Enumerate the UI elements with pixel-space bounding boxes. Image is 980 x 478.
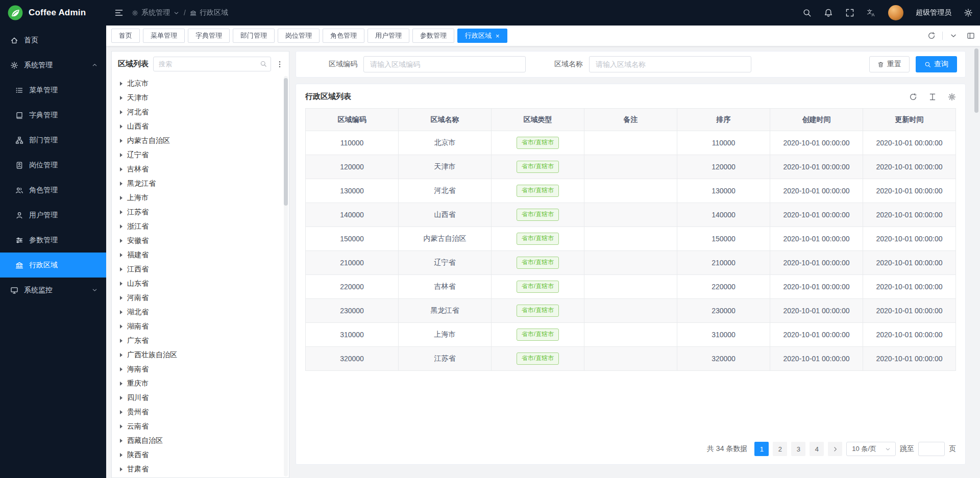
tree-item[interactable]: 浙江省 [112, 219, 289, 234]
caret-right-icon[interactable] [120, 239, 122, 243]
caret-right-icon[interactable] [120, 396, 122, 400]
sidebar-item-user-management[interactable]: 用户管理 [0, 203, 106, 228]
table-columns-icon[interactable] [928, 93, 937, 101]
tree-item[interactable]: 贵州省 [112, 405, 289, 419]
caret-right-icon[interactable] [120, 367, 122, 371]
sidebar-item-system-management[interactable]: 系统管理 [0, 53, 106, 78]
table-row[interactable]: 130000 河北省 省市/直辖市 130000 2020-10-01 00:0… [306, 179, 956, 203]
tree-item[interactable]: 湖北省 [112, 305, 289, 319]
caret-right-icon[interactable] [120, 353, 122, 357]
sidebar-item-post-management[interactable]: 岗位管理 [0, 153, 106, 178]
tab-options-chevron-icon[interactable] [949, 32, 958, 40]
sidebar-item-dict-management[interactable]: 字典管理 [0, 103, 106, 128]
sidebar-item-system-monitor[interactable]: 系统监控 [0, 278, 106, 303]
tree-item[interactable]: 甘肃省 [112, 462, 289, 476]
caret-right-icon[interactable] [120, 310, 122, 314]
caret-right-icon[interactable] [120, 339, 122, 343]
tab-role[interactable]: 角色管理 [323, 29, 364, 43]
page-button-2[interactable]: 2 [773, 442, 787, 456]
tree-item[interactable]: 重庆市 [112, 376, 289, 391]
sidebar-item-admin-region[interactable]: 行政区域 [0, 253, 106, 278]
tree-item[interactable]: 河南省 [112, 291, 289, 305]
tree-item[interactable]: 湖南省 [112, 319, 289, 334]
caret-right-icon[interactable] [120, 324, 122, 329]
tree-item[interactable]: 海南省 [112, 362, 289, 376]
caret-right-icon[interactable] [120, 224, 122, 229]
caret-right-icon[interactable] [120, 196, 122, 200]
app-logo[interactable]: Coffee Admin [0, 0, 106, 26]
tree-item[interactable]: 上海市 [112, 191, 289, 205]
refresh-page-icon[interactable] [927, 32, 936, 40]
notifications-bell-icon[interactable] [824, 8, 833, 17]
tab-dept[interactable]: 部门管理 [233, 29, 275, 43]
table-row[interactable]: 140000 山西省 省市/直辖市 140000 2020-10-01 00:0… [306, 203, 956, 227]
tree-item[interactable]: 广西壮族自治区 [112, 348, 289, 362]
region-name-input[interactable] [589, 56, 751, 72]
table-row[interactable]: 150000 内蒙古自治区 省市/直辖市 150000 2020-10-01 0… [306, 227, 956, 251]
layout-panel-icon[interactable] [967, 32, 975, 40]
caret-right-icon[interactable] [120, 424, 122, 429]
tree-item[interactable]: 广东省 [112, 334, 289, 348]
tree-item[interactable]: 福建省 [112, 248, 289, 262]
tree-item[interactable]: 辽宁省 [112, 148, 289, 162]
page-button-4[interactable]: 4 [810, 442, 824, 456]
more-options-icon[interactable] [276, 60, 284, 68]
caret-right-icon[interactable] [120, 253, 122, 257]
collapse-sidebar-icon[interactable] [114, 8, 124, 17]
user-avatar[interactable] [888, 5, 903, 20]
table-refresh-icon[interactable] [909, 93, 917, 101]
page-button-1[interactable]: 1 [754, 442, 769, 456]
sidebar-item-role-management[interactable]: 角色管理 [0, 178, 106, 203]
tree-item[interactable]: 安徽省 [112, 234, 289, 248]
tree-item[interactable]: 陕西省 [112, 448, 289, 462]
tree-item[interactable]: 吉林省 [112, 162, 289, 177]
caret-right-icon[interactable] [120, 182, 122, 186]
tree-scrollbar-thumb[interactable] [284, 78, 288, 206]
jump-page-input[interactable] [918, 442, 945, 456]
search-icon[interactable] [260, 60, 267, 67]
caret-right-icon[interactable] [120, 139, 122, 143]
caret-right-icon[interactable] [120, 96, 122, 100]
tree-search-input[interactable] [153, 57, 271, 71]
tab-region[interactable]: 行政区域 × [457, 29, 507, 43]
tree-item[interactable]: 青海省 [112, 476, 289, 477]
sidebar-item-menu-management[interactable]: 菜单管理 [0, 78, 106, 103]
sidebar-item-param-management[interactable]: 参数管理 [0, 228, 106, 253]
close-tab-icon[interactable]: × [496, 33, 500, 39]
tree-item[interactable]: 北京市 [112, 77, 289, 91]
next-page-button[interactable] [828, 442, 842, 456]
tree-item[interactable]: 云南省 [112, 419, 289, 434]
region-code-input[interactable] [363, 56, 526, 72]
caret-right-icon[interactable] [120, 410, 122, 414]
caret-right-icon[interactable] [120, 267, 122, 271]
username[interactable]: 超级管理员 [916, 8, 951, 17]
page-scrollbar-thumb[interactable] [974, 48, 978, 113]
tree-item[interactable]: 山东省 [112, 276, 289, 291]
tab-dict[interactable]: 字典管理 [188, 29, 230, 43]
tree-item[interactable]: 河北省 [112, 105, 289, 119]
caret-right-icon[interactable] [120, 167, 122, 171]
tab-user[interactable]: 用户管理 [368, 29, 409, 43]
tree-item[interactable]: 黑龙江省 [112, 177, 289, 191]
tree-item[interactable]: 四川省 [112, 391, 289, 405]
table-row[interactable]: 310000 上海市 省市/直辖市 310000 2020-10-01 00:0… [306, 323, 956, 347]
page-button-3[interactable]: 3 [791, 442, 805, 456]
tab-post[interactable]: 岗位管理 [278, 29, 320, 43]
table-row[interactable]: 320000 江苏省 省市/直辖市 320000 2020-10-01 00:0… [306, 347, 956, 371]
caret-right-icon[interactable] [120, 210, 122, 214]
tab-home[interactable]: 首页 [111, 29, 140, 43]
caret-right-icon[interactable] [120, 82, 122, 86]
caret-right-icon[interactable] [120, 124, 122, 129]
caret-right-icon[interactable] [120, 282, 122, 286]
caret-right-icon[interactable] [120, 382, 122, 386]
caret-right-icon[interactable] [120, 110, 122, 114]
table-settings-gear-icon[interactable] [948, 93, 956, 101]
fullscreen-icon[interactable] [845, 8, 854, 17]
tree-item[interactable]: 天津市 [112, 91, 289, 105]
table-row[interactable]: 110000 北京市 省市/直辖市 110000 2020-10-01 00:0… [306, 131, 956, 155]
tab-param[interactable]: 参数管理 [412, 29, 454, 43]
tree-item[interactable]: 江西省 [112, 262, 289, 276]
sidebar-item-dept-management[interactable]: 部门管理 [0, 128, 106, 153]
caret-right-icon[interactable] [120, 296, 122, 300]
table-row[interactable]: 220000 吉林省 省市/直辖市 220000 2020-10-01 00:0… [306, 275, 956, 299]
